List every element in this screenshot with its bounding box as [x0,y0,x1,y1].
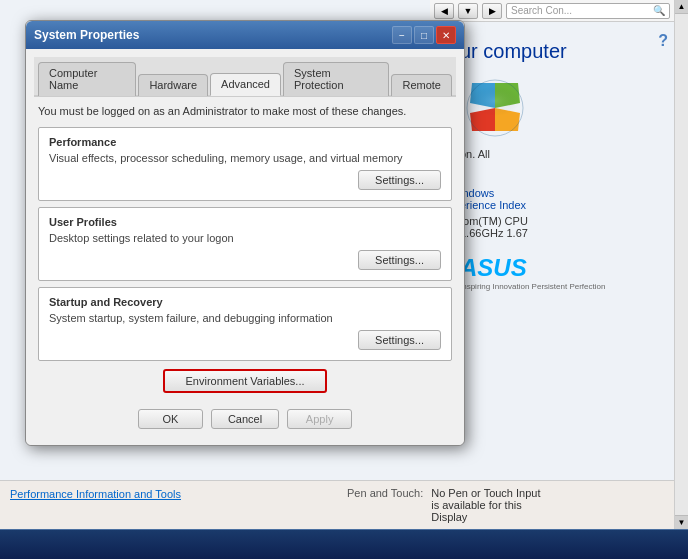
windows-logo [460,73,530,143]
scrollbar[interactable]: ▲ ▼ [674,0,688,559]
env-var-section: Environment Variables... [38,369,452,393]
user-profiles-settings-button[interactable]: Settings... [358,250,441,270]
user-profiles-group: User Profiles Desktop settings related t… [38,207,452,281]
admin-notice: You must be logged on as an Administrato… [38,105,452,117]
arrow-left-icon: ◀ [441,6,448,16]
search-placeholder: Search Con... [511,5,572,16]
dialog-footer: OK Cancel Apply [34,401,456,437]
user-profiles-title: User Profiles [49,216,441,228]
maximize-button[interactable]: □ [414,26,434,44]
dropdown-icon: ▼ [464,6,473,16]
system-properties-dialog: System Properties − □ ✕ Computer Name Ha… [25,20,465,446]
svg-point-0 [470,86,520,116]
minimize-button[interactable]: − [392,26,412,44]
pen-touch-value: No Pen or Touch Input is available for t… [431,487,540,523]
close-button[interactable]: ✕ [436,26,456,44]
dialog-title: System Properties [34,28,139,42]
tab-system-protection[interactable]: System Protection [283,62,389,96]
startup-recovery-settings-button[interactable]: Settings... [358,330,441,350]
bg-subtitle: on. All f [460,148,658,172]
nav-dropdown-button[interactable]: ▼ [458,3,478,19]
user-profiles-desc: Desktop settings related to your logon [49,232,441,244]
tab-remote[interactable]: Remote [391,74,452,96]
tab-computer-name[interactable]: Computer Name [38,62,136,96]
scrollbar-down-button[interactable]: ▼ [675,515,688,529]
asus-logo: ASUS Inspiring Innovation Persistent Per… [460,254,658,291]
bg-link[interactable]: f [460,160,658,172]
startup-recovery-title: Startup and Recovery [49,296,441,308]
nav-forward-button[interactable]: ▶ [482,3,502,19]
env-var-button[interactable]: Environment Variables... [163,369,326,393]
pen-touch-label: Pen and Touch: [347,487,423,523]
titlebar-controls: − □ ✕ [392,26,456,44]
performance-desc: Visual effects, processor scheduling, me… [49,152,441,164]
bottom-panel: Performance Information and Tools Pen an… [0,480,674,529]
apply-button[interactable]: Apply [287,409,352,429]
scrollbar-up-button[interactable]: ▲ [675,0,688,14]
bg-title: ur computer [460,40,658,63]
ok-button[interactable]: OK [138,409,203,429]
bg-cpu-info: indows erience Index tom(TM) CPU 1.66GHz… [460,187,658,239]
dialog-titlebar[interactable]: System Properties − □ ✕ [26,21,464,49]
background-content: ur computer on. All f [450,30,668,301]
startup-recovery-group: Startup and Recovery System startup, sys… [38,287,452,361]
cancel-button[interactable]: Cancel [211,409,279,429]
startup-recovery-desc: System startup, system failure, and debu… [49,312,441,324]
performance-settings-button[interactable]: Settings... [358,170,441,190]
performance-title: Performance [49,136,441,148]
tab-hardware[interactable]: Hardware [138,74,208,96]
performance-group: Performance Visual effects, processor sc… [38,127,452,201]
tab-strip: Computer Name Hardware Advanced System P… [34,57,456,97]
dialog-body: Computer Name Hardware Advanced System P… [26,49,464,445]
nav-back-button[interactable]: ◀ [434,3,454,19]
arrow-right-icon: ▶ [489,6,496,16]
search-icon: 🔍 [653,5,665,16]
help-icon: ? [658,32,668,49]
search-box[interactable]: Search Con... 🔍 [506,3,670,19]
help-button[interactable]: ? [658,32,668,50]
tab-advanced[interactable]: Advanced [210,73,281,96]
taskbar [0,529,688,559]
top-address-bar: ◀ ▼ ▶ Search Con... 🔍 [430,0,674,22]
performance-tools-link[interactable]: Performance Information and Tools [10,487,327,502]
